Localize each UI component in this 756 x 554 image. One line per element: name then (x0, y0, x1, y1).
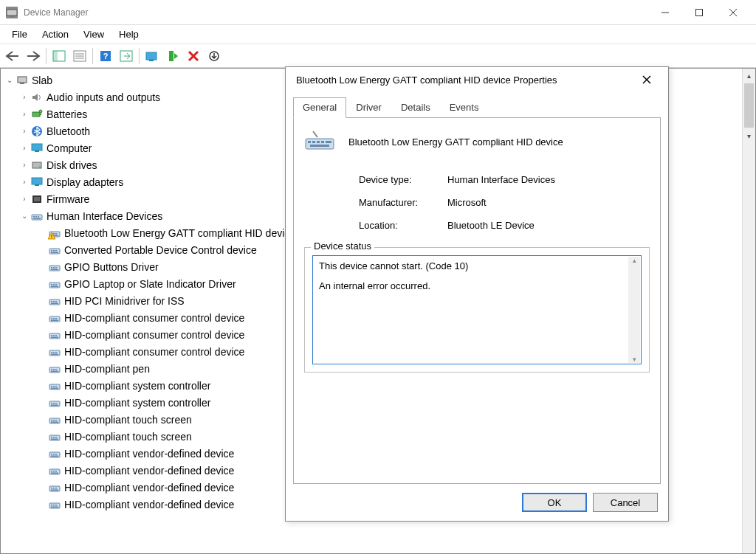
tree-node-label: Display adapters (47, 176, 123, 188)
close-button[interactable] (716, 1, 750, 24)
svg-rect-60 (51, 285, 58, 287)
svg-rect-53 (53, 267, 55, 269)
tree-node-label: Bluetooth Low Energy GATT compliant HID … (64, 227, 295, 239)
svg-rect-124 (55, 505, 57, 506)
expand-collapse-icon[interactable]: › (18, 93, 30, 101)
menu-view[interactable]: View (76, 27, 111, 41)
svg-text:!: ! (51, 234, 52, 239)
back-button[interactable] (3, 46, 22, 66)
cancel-button[interactable]: Cancel (593, 493, 658, 512)
svg-rect-80 (51, 353, 58, 355)
tab-content-general: Bluetooth Low Energy GATT compliant HID … (293, 118, 661, 484)
hid-icon (48, 413, 61, 426)
svg-rect-15 (146, 52, 157, 60)
svg-rect-74 (55, 335, 57, 336)
expand-collapse-icon[interactable]: › (18, 161, 30, 169)
status-scrollbar[interactable]: ▴▾ (628, 257, 640, 363)
forward-button[interactable] (24, 46, 43, 66)
manufacturer-label: Manufacturer: (359, 197, 447, 208)
dialog-close-button[interactable] (636, 69, 658, 91)
svg-rect-117 (51, 488, 52, 489)
tab-general[interactable]: General (293, 97, 346, 118)
menu-file[interactable]: File (4, 27, 35, 41)
location-value: Bluetooth LE Device (447, 220, 535, 231)
menu-action[interactable]: Action (35, 27, 76, 41)
tree-node-label: Disk drives (47, 159, 97, 171)
help-button[interactable]: ? (96, 46, 115, 66)
tab-events[interactable]: Events (440, 97, 489, 118)
device-type-value: Human Interface Devices (447, 174, 555, 185)
properties-toolbar-button[interactable] (70, 46, 89, 66)
tree-node-label: Batteries (47, 108, 87, 120)
expand-collapse-icon[interactable]: ⌄ (4, 76, 16, 84)
tree-node-label: Converted Portable Device Control device (64, 244, 257, 256)
location-label: Location: (359, 220, 447, 231)
scan-hardware-button[interactable] (117, 46, 136, 66)
svg-rect-109 (55, 454, 57, 455)
device-manager-icon (6, 7, 18, 18)
svg-rect-48 (53, 250, 55, 252)
update-driver-button[interactable] (142, 46, 162, 66)
expand-collapse-icon[interactable]: ⌄ (18, 212, 30, 220)
maximize-button[interactable] (682, 1, 716, 24)
scroll-thumb[interactable] (744, 83, 754, 128)
svg-rect-39 (33, 218, 41, 219)
device-status-group: Device status This device cannot start. … (304, 247, 650, 373)
device-status-text[interactable]: This device cannot start. (Code 10) An i… (312, 255, 642, 364)
svg-rect-94 (55, 403, 57, 404)
tab-details[interactable]: Details (391, 97, 440, 118)
svg-rect-31 (32, 178, 42, 184)
hid-icon (48, 260, 61, 274)
device-status-legend: Device status (311, 240, 374, 252)
svg-rect-16 (149, 60, 154, 61)
tree-node-label: Computer (47, 142, 92, 154)
svg-rect-131 (317, 141, 320, 143)
tree-node-label: HID-compliant touch screen (64, 414, 192, 426)
svg-rect-88 (53, 386, 55, 387)
menu-help[interactable]: Help (111, 27, 146, 41)
svg-rect-64 (55, 301, 57, 302)
svg-rect-133 (326, 141, 331, 143)
enable-device-button[interactable] (163, 46, 182, 66)
tree-node-label: HID-compliant consumer control device (64, 329, 244, 341)
svg-rect-89 (55, 386, 57, 387)
tree-node-label: HID-compliant touch screen (64, 431, 192, 443)
scroll-down-icon[interactable]: ▾ (743, 129, 755, 142)
tree-node-label: Human Interface Devices (47, 210, 162, 222)
svg-rect-99 (55, 420, 57, 421)
tree-node-label: HID PCI Minidriver for ISS (64, 295, 185, 307)
tree-node-label: Bluetooth (47, 125, 90, 137)
expand-collapse-icon[interactable]: › (18, 144, 30, 152)
vertical-scrollbar[interactable]: ▴ ▾ (742, 69, 755, 553)
svg-point-25 (39, 110, 42, 113)
tree-node-label: HID-compliant vendor-defined device (64, 448, 234, 460)
svg-rect-17 (169, 51, 173, 61)
dialog-tabs: General Driver Details Events (293, 97, 661, 118)
svg-rect-114 (55, 471, 57, 472)
svg-rect-87 (51, 386, 52, 387)
svg-rect-70 (51, 319, 58, 321)
svg-rect-132 (321, 141, 324, 143)
expand-collapse-icon[interactable]: › (18, 195, 30, 203)
tree-node-label: Slab (32, 75, 52, 86)
minimize-button[interactable] (648, 1, 682, 24)
svg-rect-32 (35, 184, 39, 186)
dialog-title: Bluetooth Low Energy GATT compliant HID … (296, 75, 557, 86)
scan-for-changes-button[interactable] (205, 46, 224, 66)
toolbar: ? (0, 44, 756, 68)
show-hide-tree-button[interactable] (49, 46, 69, 66)
uninstall-device-button[interactable] (184, 46, 203, 66)
battery-icon (30, 108, 44, 121)
svg-rect-120 (51, 489, 58, 491)
expand-collapse-icon[interactable]: › (18, 178, 30, 186)
svg-rect-37 (35, 216, 37, 218)
audio-icon (30, 91, 44, 104)
scroll-up-icon[interactable]: ▴ (743, 69, 755, 82)
expand-collapse-icon[interactable]: › (18, 127, 30, 135)
ok-button[interactable]: OK (522, 493, 587, 512)
svg-rect-57 (51, 284, 52, 285)
svg-rect-34 (34, 197, 40, 201)
tab-driver[interactable]: Driver (346, 97, 391, 118)
svg-rect-55 (51, 269, 58, 270)
expand-collapse-icon[interactable]: › (18, 110, 30, 118)
